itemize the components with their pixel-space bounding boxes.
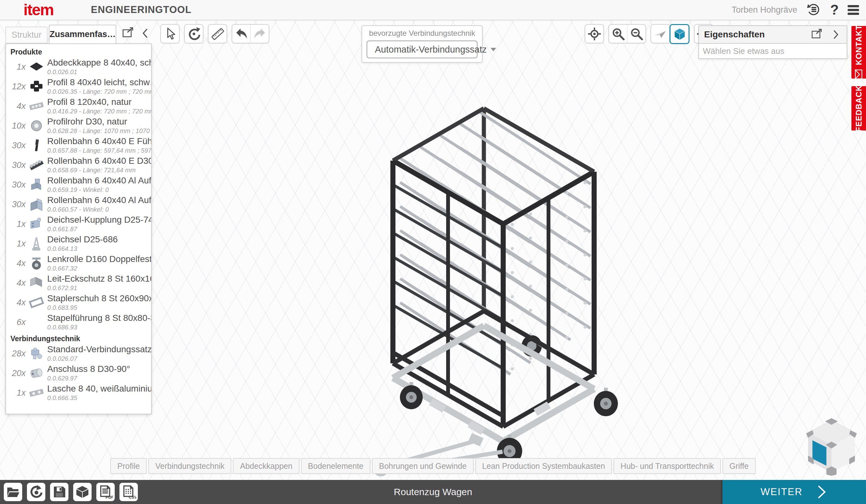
product-row[interactable]: 1xLasche 8 40, weißaluminiu…0.0.666.35 (6, 383, 151, 403)
product-quantity: 30x (6, 141, 26, 150)
export-3d-button[interactable] (73, 483, 91, 501)
menu-icon[interactable] (848, 5, 859, 15)
product-row[interactable]: 30xRollenbahn 6 40x40 Al Auf…0.0.660.57 … (6, 194, 151, 214)
product-row[interactable]: 28xStandard-Verbindungssatz …0.0.026.07 (6, 344, 151, 363)
product-row[interactable]: 4xStaplerschuh 8 St 260x90x…0.0.683.95 (6, 293, 151, 312)
product-row[interactable]: 30xRollenbahn 6 40x40 Al Auf…0.0.659.19 … (6, 175, 151, 194)
product-row[interactable]: 1xAbdeckkappe 8 40x40, sch…0.0.026.01 (6, 57, 151, 77)
zoom-out-button[interactable] (628, 24, 646, 43)
save-project-button[interactable] (50, 483, 68, 501)
properties-title: Eigenschaften (704, 30, 803, 40)
view-2d-button[interactable] (651, 24, 669, 43)
project-name: Routenzug Wagen (394, 486, 472, 497)
product-name: Profil 8 40x40 leicht, schw… (47, 78, 151, 87)
part-thumbnail-corner-guard (27, 275, 46, 291)
help-icon[interactable]: ? (830, 3, 839, 17)
product-row[interactable]: 12xProfil 8 40x40 leicht, schw…0.0.026.3… (6, 77, 151, 96)
dropdown-caret-icon (490, 48, 496, 51)
feedback-tab[interactable]: FEEDBACK (852, 86, 866, 131)
cart-3d-model[interactable] (326, 67, 656, 479)
category-tab-abdeckkappen[interactable]: Abdeckkappen (233, 458, 299, 474)
csv-document-icon: CSV (121, 484, 136, 500)
weiter-button[interactable]: WEITER (721, 480, 866, 504)
part-thumbnail-none (27, 314, 46, 331)
kontakt-tab[interactable]: KONTAKT (852, 26, 866, 79)
category-tab-bohrungen-und-gewinde[interactable]: Bohrungen und Gewinde (372, 458, 474, 474)
view-mode-group (651, 24, 689, 44)
popout-properties-icon[interactable] (810, 28, 823, 41)
product-row[interactable]: 4xProfil 8 120x40, natur0.0.416.29 - Län… (6, 96, 151, 116)
open-project-button[interactable] (4, 483, 22, 501)
export-csv-button[interactable]: CSV (120, 483, 138, 501)
part-thumbnail-rail-guide (27, 137, 46, 154)
product-quantity: 1x (6, 239, 26, 249)
header-actions: Torben Hohgräve ? (732, 2, 859, 18)
app-header: item ENGINEERINGTOOL Torben Hohgräve ? (0, 0, 866, 20)
product-row[interactable]: 1xDeichsel D25-6860.0.664.13 (6, 234, 151, 254)
reset-icon (29, 484, 44, 500)
reset-project-button[interactable] (27, 483, 45, 501)
product-quantity: 6x (6, 317, 26, 327)
bottom-bar: PDF CSV Routenzug Wagen WEITER (0, 480, 866, 504)
part-thumbnail-caster (27, 255, 46, 271)
section-title: Verbindungstechnik (6, 332, 151, 344)
part-thumbnail-rail-rollers (27, 157, 46, 173)
undo-button[interactable] (232, 24, 251, 43)
pdf-document-icon: PDF (98, 484, 113, 500)
canvas-toolbar-left (160, 24, 269, 43)
product-name: Rollenbahn 6 40x40 Al Auf… (47, 176, 151, 186)
product-name: Rollenbahn 6 40x40 E Führ… (47, 136, 151, 146)
properties-header: Eigenschaften (698, 25, 847, 44)
view-3d-button[interactable] (669, 24, 689, 44)
history-icon[interactable] (806, 2, 821, 18)
properties-placeholder[interactable]: Wählen Sie etwas aus (698, 44, 847, 59)
category-tab-lean-production-systembaukasten[interactable]: Lean Production Systembaukasten (475, 458, 612, 474)
measure-tool-button[interactable] (208, 24, 227, 43)
category-tab-hub-und-transporttechnik[interactable]: Hub- und Transporttechnik (613, 458, 721, 474)
crosshair-icon (587, 26, 602, 41)
rotate-tool-button[interactable] (184, 24, 203, 43)
popout-panel-icon[interactable] (121, 26, 135, 40)
zoom-in-button[interactable] (608, 24, 628, 43)
product-row[interactable]: 4xLeit-Eckschutz 8 St 160x16…0.0.672.91 (6, 273, 151, 293)
connection-technique-select[interactable]: Automatik-Verbindungssatz (367, 41, 478, 58)
collapse-panel-icon[interactable] (139, 26, 152, 40)
export-pdf-button[interactable]: PDF (96, 483, 115, 501)
tab-zusammenfassung[interactable]: Zusammenfas… (49, 25, 116, 43)
product-row[interactable]: 6xStapelführung 8 St 80x80-3…0.0.686.93 (6, 312, 151, 332)
svg-text:PDF: PDF (106, 495, 113, 500)
user-name: Torben Hohgräve (732, 5, 797, 15)
category-tab-griffe[interactable]: Griffe (722, 458, 756, 474)
category-tab-verbindungstechnik[interactable]: Verbindungstechnik (148, 458, 231, 474)
select-tool-button[interactable] (160, 24, 180, 43)
part-thumbnail-fork-shoe (27, 294, 46, 311)
part-thumbnail-plate (27, 384, 46, 401)
product-details: 0.0.661.87 (47, 226, 151, 233)
product-quantity: 4x (6, 298, 26, 307)
tab-struktur[interactable]: Struktur (5, 26, 47, 43)
part-thumbnail-tube (27, 117, 46, 134)
undo-redo-group (232, 24, 269, 43)
category-tab-profile[interactable]: Profile (110, 458, 147, 474)
product-row[interactable]: 30xRollenbahn 6 40x40 E Führ…0.0.657.88 … (6, 136, 151, 155)
product-quantity: 4x (6, 101, 26, 111)
product-row[interactable]: 30xRollenbahn 6 40x40 E D300.0.658.69 - … (6, 155, 151, 175)
connection-technique-card: bevorzugte Verbindungstechnik Automatik-… (362, 25, 482, 63)
item-logo[interactable]: item (23, 2, 54, 18)
product-row[interactable]: 1xDeichsel-Kupplung D25-74,…0.0.661.87 (6, 214, 151, 234)
redo-button[interactable] (251, 24, 269, 43)
center-view-button[interactable] (585, 24, 604, 43)
box-3d-icon (75, 484, 90, 500)
part-thumbnail-bracket-al2 (27, 196, 46, 213)
part-thumbnail-bracket-al (27, 177, 46, 193)
kontakt-label: KONTAKT (854, 25, 864, 65)
product-row[interactable]: 4xLenkrolle D160 Doppelfest…0.0.667.32 (6, 254, 151, 273)
save-icon (52, 484, 67, 500)
product-quantity: 30x (6, 180, 26, 190)
collapse-properties-icon[interactable] (830, 28, 842, 41)
category-tab-bodenelemente[interactable]: Bodenelemente (301, 458, 370, 474)
product-details: 0.0.026.01 (47, 68, 151, 76)
product-quantity: 30x (6, 160, 26, 170)
product-row[interactable]: 10xProfilrohr D30, natur0.0.628.28 - Län… (6, 116, 151, 136)
product-row[interactable]: 20xAnschluss 8 D30-90°0.0.629.97 (6, 363, 151, 383)
